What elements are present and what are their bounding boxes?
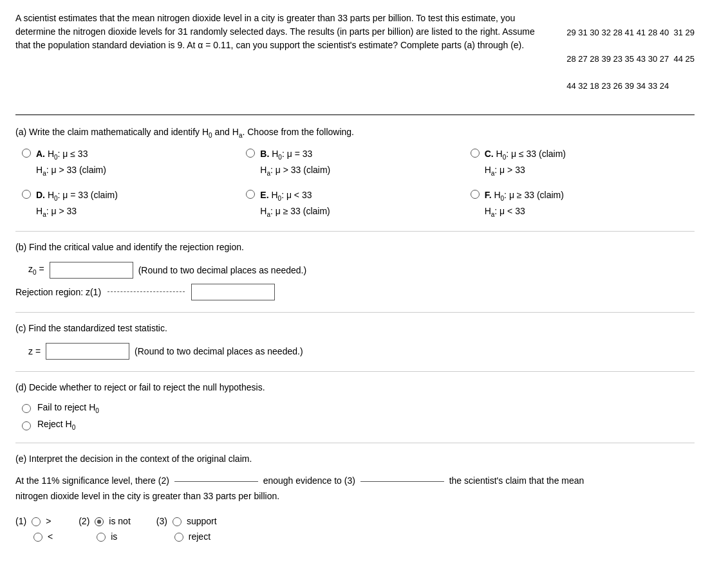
part-a: (a) Write the claim mathematically and i…: [15, 125, 695, 219]
z0-row: z0 = (Round to two decimal places as nee…: [28, 262, 695, 279]
group1-lt-row: <: [15, 531, 53, 542]
z-label: z =: [28, 346, 41, 356]
radio-d[interactable]: [22, 190, 31, 199]
radio-b[interactable]: [246, 149, 255, 158]
z-note: (Round to two decimal places as needed.): [135, 346, 303, 356]
group2-is-row: is: [79, 531, 131, 542]
radio-is[interactable]: [97, 533, 106, 542]
option-b-label: B. H0: μ = 33: [260, 147, 312, 162]
reject-row: Reject H0: [22, 419, 695, 431]
z0-note: (Round to two decimal places as needed.): [138, 265, 306, 275]
intro-text: A scientist estimates that the mean nitr…: [15, 12, 545, 107]
rejection-input[interactable]: [191, 284, 275, 300]
option-b-sub: Ha: μ > 33 (claim): [260, 163, 470, 178]
group3-label: (3): [156, 516, 167, 526]
radio-is-not[interactable]: [95, 517, 104, 526]
group3-col: (3) support reject: [156, 516, 217, 542]
part-a-title: (a) Write the claim mathematically and i…: [15, 125, 695, 140]
group1-label: (1): [15, 516, 26, 526]
group3-reject-row: reject: [156, 531, 217, 542]
z-row: z = (Round to two decimal places as need…: [28, 343, 695, 360]
z-input[interactable]: [46, 343, 129, 360]
intro-block: A scientist estimates that the mean nitr…: [15, 12, 695, 115]
is-label: is: [111, 531, 117, 542]
option-d-label: D. H0: μ = 33 (claim): [36, 188, 118, 203]
part-c-title: (c) Find the standardized test statistic…: [15, 322, 695, 335]
z0-input[interactable]: [50, 262, 133, 279]
part-d: (d) Decide whether to reject or fail to …: [15, 381, 695, 432]
option-f-sub: Ha: μ < 33: [485, 205, 695, 219]
rejection-dashes: [107, 291, 185, 292]
rejection-label: Rejection region: z(1): [15, 287, 101, 297]
option-c-item: C. H0: μ ≤ 33 (claim) Ha: μ > 33: [471, 147, 695, 178]
radio-f[interactable]: [471, 190, 480, 199]
radio-reject[interactable]: [22, 421, 31, 430]
radio-reject-opt[interactable]: [174, 533, 183, 542]
radio-lt[interactable]: [33, 533, 42, 542]
data-table: 29 31 30 32 28 41 41 28 40 31 29 28 27 2…: [557, 12, 695, 107]
option-a-label: A. H0: μ ≤ 33: [36, 147, 88, 162]
group3-label-row: (3) support: [156, 516, 217, 526]
group2-label-row: (2) is not: [79, 516, 131, 526]
fail-to-reject-row: Fail to reject H0: [22, 402, 695, 414]
option-e-sub: Ha: μ ≥ 33 (claim): [260, 205, 470, 219]
option-b-item: B. H0: μ = 33 Ha: μ > 33 (claim): [246, 147, 470, 178]
radio-fail-reject[interactable]: [22, 404, 31, 413]
part-e-title: (e) Interpret the decision in the contex…: [15, 452, 695, 466]
option-a-item: A. H0: μ ≤ 33 Ha: μ > 33 (claim): [22, 147, 246, 178]
option-d-sub: Ha: μ > 33: [36, 205, 246, 219]
radio-c[interactable]: [471, 149, 480, 158]
radio-a[interactable]: [22, 149, 31, 158]
option-e-label: E. H0: μ < 33: [260, 188, 312, 203]
part-d-title: (d) Decide whether to reject or fail to …: [15, 381, 695, 394]
option-e-item: E. H0: μ < 33 Ha: μ ≥ 33 (claim): [246, 188, 470, 219]
support-label: support: [187, 516, 217, 526]
group1-col: (1) > <: [15, 516, 53, 542]
radio-support[interactable]: [173, 517, 182, 526]
is-not-label: is not: [109, 516, 130, 526]
part-c: (c) Find the standardized test statistic…: [15, 322, 695, 360]
option-a-sub: Ha: μ > 33 (claim): [36, 163, 246, 178]
radio-e[interactable]: [246, 190, 255, 199]
fail-to-reject-label: Fail to reject H0: [37, 402, 99, 414]
options-grid: A. H0: μ ≤ 33 Ha: μ > 33 (claim) B. H0: …: [22, 147, 695, 219]
group2-label: (2): [79, 516, 89, 526]
interpret-text: At the 11% significance level, there (2)…: [15, 473, 695, 504]
lt-label: <: [48, 531, 53, 542]
group2-col: (2) is not is: [79, 516, 131, 542]
gt-label: >: [46, 516, 51, 526]
group1-label-row: (1) >: [15, 516, 53, 526]
reject-label: Reject H0: [37, 419, 75, 431]
option-f-label: F. H0: μ ≥ 33 (claim): [485, 188, 564, 203]
rejection-row: Rejection region: z(1): [15, 284, 695, 300]
part-e: (e) Interpret the decision in the contex…: [15, 452, 695, 504]
option-d-item: D. H0: μ = 33 (claim) Ha: μ > 33: [22, 188, 246, 219]
part-b: (b) Find the critical value and identify…: [15, 241, 695, 300]
option-f-item: F. H0: μ ≥ 33 (claim) Ha: μ < 33: [471, 188, 695, 219]
bottom-options: (1) > < (2) is not is (3) support: [15, 516, 695, 542]
reject-opt-label: reject: [189, 531, 210, 542]
option-c-label: C. H0: μ ≤ 33 (claim): [485, 147, 566, 162]
option-c-sub: Ha: μ > 33: [485, 163, 695, 178]
decide-options: Fail to reject H0 Reject H0: [22, 402, 695, 432]
z0-label: z0 =: [28, 264, 44, 276]
part-b-title: (b) Find the critical value and identify…: [15, 241, 695, 254]
radio-gt[interactable]: [32, 517, 41, 526]
